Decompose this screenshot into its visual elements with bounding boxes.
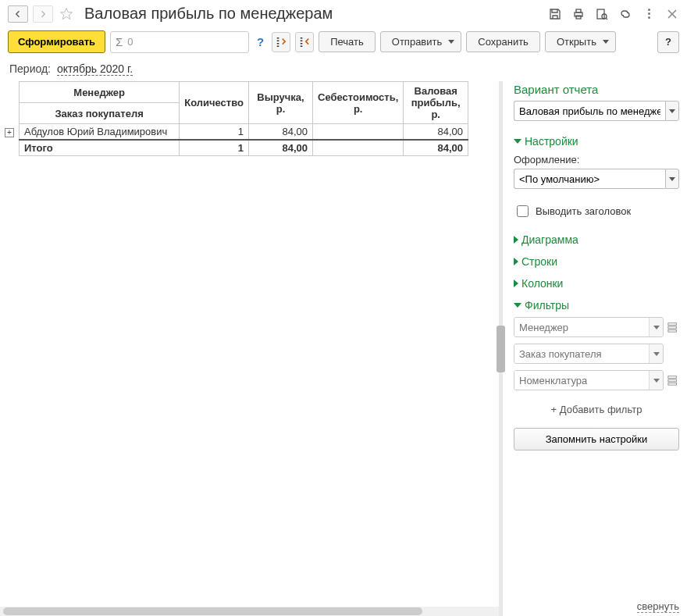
- filter-row-manager: [514, 316, 679, 338]
- settings-panel: Вариант отчета Настройки Оформление: Выв…: [503, 81, 687, 616]
- filter-row-nomenclature: [514, 369, 679, 391]
- filter-nomenclature-dd-icon[interactable]: [649, 371, 663, 390]
- appearance-dropdown-icon[interactable]: [665, 169, 679, 189]
- sum-box[interactable]: Σ 0: [110, 31, 249, 53]
- variant-dropdown-icon[interactable]: [665, 101, 679, 121]
- forward-button[interactable]: [33, 5, 53, 23]
- sum-value: 0: [127, 36, 248, 48]
- appearance-select[interactable]: [514, 169, 665, 189]
- help-sum-icon[interactable]: ?: [254, 35, 267, 48]
- cell-manager: Абдулов Юрий Владимирович: [20, 124, 180, 141]
- save-button[interactable]: Сохранить: [466, 31, 540, 52]
- favorite-star-icon[interactable]: [58, 5, 75, 23]
- settings-section[interactable]: Настройки: [514, 135, 679, 148]
- kebab-menu-icon[interactable]: [642, 7, 656, 21]
- generate-button[interactable]: Сформировать: [8, 30, 105, 53]
- filter-manager-input[interactable]: [514, 318, 649, 336]
- open-button[interactable]: Открыть: [545, 31, 616, 52]
- filter-nomenclature-input[interactable]: [514, 371, 649, 390]
- col-order[interactable]: Заказ покупателя: [20, 103, 180, 124]
- col-revenue[interactable]: Выручка, р.: [248, 82, 312, 124]
- link-icon[interactable]: [618, 7, 632, 21]
- filter-order-input[interactable]: [514, 344, 649, 363]
- svg-rect-10: [668, 376, 677, 379]
- cell-revenue: 84,00: [248, 124, 312, 141]
- svg-marker-0: [61, 8, 73, 19]
- save-disk-icon[interactable]: [548, 7, 562, 21]
- preview-icon[interactable]: [595, 7, 609, 21]
- report-pane: Менеджер Количество Выручка, р. Себестои…: [0, 81, 499, 616]
- cell-qty: 1: [180, 124, 249, 141]
- send-button[interactable]: Отправить: [380, 31, 461, 52]
- show-title-checkbox[interactable]: Выводить заголовок: [514, 203, 679, 219]
- svg-rect-3: [576, 16, 581, 19]
- filter-manager-dd-icon[interactable]: [649, 318, 663, 336]
- table-row[interactable]: + Абдулов Юрий Владимирович 1 84,00 84,0…: [0, 124, 468, 141]
- print-icon[interactable]: [571, 7, 586, 21]
- col-cost[interactable]: Себестоимость, р.: [313, 82, 404, 124]
- svg-rect-7: [668, 323, 677, 326]
- variant-select[interactable]: [514, 101, 665, 121]
- expand-levels-button[interactable]: [272, 32, 290, 52]
- filter-nomenclature-list-icon[interactable]: [667, 374, 679, 386]
- close-icon[interactable]: [665, 7, 679, 21]
- collapse-link[interactable]: свернуть: [637, 600, 679, 613]
- total-revenue: 84,00: [248, 140, 312, 156]
- filters-section[interactable]: Фильтры: [514, 299, 679, 312]
- print-button[interactable]: Печать: [319, 31, 376, 52]
- period-link[interactable]: октябрь 2020 г.: [57, 62, 133, 76]
- cell-cost: [313, 124, 404, 141]
- svg-rect-9: [668, 330, 677, 333]
- report-table: Менеджер Количество Выручка, р. Себестои…: [0, 81, 468, 156]
- total-label: Итого: [20, 140, 180, 156]
- filter-manager-list-icon[interactable]: [667, 321, 679, 333]
- rows-section[interactable]: Строки: [514, 255, 679, 268]
- svg-rect-8: [668, 326, 677, 329]
- table-total-row: Итого 1 84,00 84,00: [0, 140, 468, 156]
- total-cost: [313, 140, 404, 156]
- columns-section[interactable]: Колонки: [514, 277, 679, 290]
- remember-settings-button[interactable]: Запомнить настройки: [514, 428, 679, 450]
- back-button[interactable]: [8, 5, 28, 23]
- diagram-section[interactable]: Диаграмма: [514, 233, 679, 246]
- svg-rect-2: [576, 9, 581, 12]
- help-button[interactable]: ?: [657, 31, 679, 53]
- svg-line-6: [606, 18, 607, 20]
- show-title-label: Выводить заголовок: [536, 205, 631, 217]
- svg-rect-11: [668, 379, 677, 382]
- col-qty[interactable]: Количество: [180, 82, 249, 124]
- period-line: Период: октябрь 2020 г.: [0, 61, 687, 81]
- main-area: Менеджер Количество Выручка, р. Себестои…: [0, 81, 687, 616]
- total-qty: 1: [180, 140, 249, 156]
- show-title-input[interactable]: [517, 205, 529, 217]
- cell-gross: 84,00: [404, 124, 468, 141]
- splitter[interactable]: [499, 81, 503, 616]
- appearance-label: Оформление:: [514, 154, 679, 166]
- total-gross: 84,00: [404, 140, 468, 156]
- col-manager[interactable]: Менеджер: [20, 82, 180, 103]
- toolbar: Сформировать Σ 0 ? Печать Отправить Сохр…: [0, 27, 687, 61]
- sigma-icon: Σ: [111, 35, 127, 48]
- expand-row-icon[interactable]: +: [5, 128, 14, 137]
- period-label: Период:: [9, 62, 51, 75]
- svg-rect-12: [668, 383, 677, 386]
- filter-row-order: [514, 343, 679, 365]
- collapse-levels-button[interactable]: [295, 32, 314, 52]
- page-title: Валовая прибыль по менеджерам: [80, 5, 543, 23]
- add-filter-link[interactable]: + Добавить фильтр: [514, 404, 679, 415]
- splitter-grip-icon[interactable]: [497, 326, 505, 372]
- horizontal-scrollbar[interactable]: [0, 607, 499, 616]
- filter-order-dd-icon[interactable]: [649, 344, 663, 363]
- col-gross[interactable]: Валовая прибыль, р.: [404, 82, 468, 124]
- variant-heading: Вариант отчета: [514, 83, 679, 96]
- titlebar: Валовая прибыль по менеджерам: [0, 0, 687, 27]
